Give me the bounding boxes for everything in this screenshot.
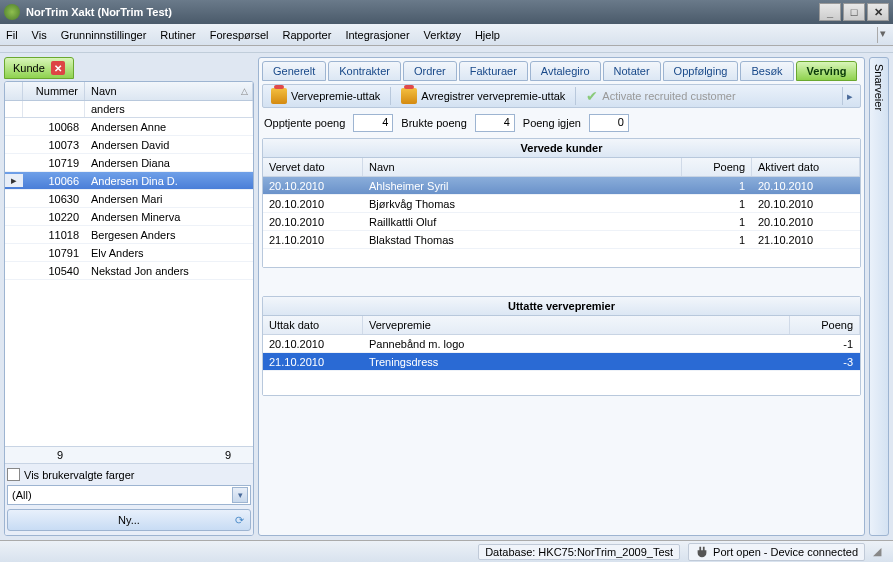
cell-dato: 20.10.2010: [263, 198, 363, 210]
vervede-col-aktivert[interactable]: Aktivert dato: [752, 158, 860, 176]
filter-nummer[interactable]: [23, 101, 85, 117]
menu-foresporsel[interactable]: Forespørsel: [210, 29, 269, 41]
tab-besøk[interactable]: Besøk: [740, 61, 793, 81]
cell-navn: Nekstad Jon anders: [85, 265, 253, 277]
grid-header: Nummer Navn △: [5, 82, 253, 101]
vervede-title: Vervede kunder: [263, 139, 860, 158]
vis-brukervalgte-checkbox[interactable]: [7, 468, 20, 481]
snarveier-panel[interactable]: Snarveier: [869, 57, 889, 536]
uttatte-col-dato[interactable]: Uttak dato: [263, 316, 363, 334]
tab-kontrakter[interactable]: Kontrakter: [328, 61, 401, 81]
maximize-button[interactable]: □: [843, 3, 865, 21]
cell-premie: Treningsdress: [363, 356, 790, 368]
cell-nummer: 10719: [23, 157, 85, 169]
cell-poeng: 1: [682, 180, 752, 192]
vervede-rows: 20.10.2010Ahlsheimer Syril120.10.201020.…: [263, 177, 860, 267]
ny-button-label: Ny...: [118, 514, 140, 526]
status-database: Database: HKC75:NorTrim_2009_Test: [478, 544, 680, 560]
menu-rutiner[interactable]: Rutiner: [160, 29, 195, 41]
refresh-icon[interactable]: ⟳: [230, 511, 248, 529]
brukte-value[interactable]: 4: [475, 114, 515, 132]
uttatte-col-premie[interactable]: Vervepremie: [363, 316, 790, 334]
app-icon: [4, 4, 20, 20]
table-row[interactable]: 20.10.2010Bjørkvåg Thomas120.10.2010: [263, 195, 860, 213]
close-button[interactable]: ✕: [867, 3, 889, 21]
tab-oppfølging[interactable]: Oppfølging: [663, 61, 739, 81]
table-row[interactable]: 10068Andersen Anne: [5, 118, 253, 136]
resize-grip-icon[interactable]: ◢: [873, 545, 887, 559]
table-row[interactable]: 20.10.2010Raillkattli Oluf120.10.2010: [263, 213, 860, 231]
toolbar-overflow-icon[interactable]: ▸: [842, 87, 856, 105]
menu-grunninnstillinger[interactable]: Grunninnstillinger: [61, 29, 147, 41]
separator: [390, 87, 391, 105]
menu-integrasjoner[interactable]: Integrasjoner: [345, 29, 409, 41]
vervede-col-dato[interactable]: Vervet dato: [263, 158, 363, 176]
footer-count-nummer: 9: [23, 447, 85, 463]
uttatte-title: Uttatte vervepremier: [263, 297, 860, 316]
grid-rows: 10068Andersen Anne10073Andersen David107…: [5, 118, 253, 446]
grid-header-nummer[interactable]: Nummer: [23, 82, 85, 100]
menu-overflow-icon[interactable]: ▾: [877, 27, 887, 43]
filter-combo[interactable]: (All) ▾: [7, 485, 251, 505]
vervede-col-navn[interactable]: Navn: [363, 158, 682, 176]
table-row[interactable]: 10220Andersen Minerva: [5, 208, 253, 226]
table-row[interactable]: 10791Elv Anders: [5, 244, 253, 262]
grid-selector-header[interactable]: [5, 82, 23, 100]
uttatte-col-poeng[interactable]: Poeng: [790, 316, 860, 334]
table-row[interactable]: ▸10066Andersen Dina D.: [5, 172, 253, 190]
vervede-col-poeng[interactable]: Poeng: [682, 158, 752, 176]
cell-navn: Raillkattli Oluf: [363, 216, 682, 228]
verving-toolbar: Vervepremie-uttak Avregistrer vervepremi…: [262, 84, 861, 108]
table-row[interactable]: 10719Andersen Diana: [5, 154, 253, 172]
cell-nummer: 10630: [23, 193, 85, 205]
cell-premie: Pannebånd m. logo: [363, 338, 790, 350]
table-row[interactable]: 20.10.2010Pannebånd m. logo-1: [263, 335, 860, 353]
right-panel: GenereltKontrakterOrdrerFakturaerAvtaleg…: [258, 57, 889, 536]
kunde-tab[interactable]: Kunde ✕: [4, 57, 74, 79]
menu-verktoy[interactable]: Verktøy: [424, 29, 461, 41]
cell-nummer: 10073: [23, 139, 85, 151]
tab-verving[interactable]: Verving: [796, 61, 858, 81]
menu-rapporter[interactable]: Rapporter: [282, 29, 331, 41]
cell-dato: 20.10.2010: [263, 216, 363, 228]
cell-aktivert: 20.10.2010: [752, 198, 860, 210]
tab-fakturaer[interactable]: Fakturaer: [459, 61, 528, 81]
cell-navn: Andersen David: [85, 139, 253, 151]
titlebar: NorTrim Xakt (NorTrim Test) _ □ ✕: [0, 0, 893, 24]
cell-nummer: 10791: [23, 247, 85, 259]
chevron-down-icon[interactable]: ▾: [232, 487, 248, 503]
cell-poeng: 1: [682, 216, 752, 228]
table-row[interactable]: 10073Andersen David: [5, 136, 253, 154]
table-row[interactable]: 10540Nekstad Jon anders: [5, 262, 253, 280]
window-title: NorTrim Xakt (NorTrim Test): [26, 6, 817, 18]
opptjente-value[interactable]: 4: [353, 114, 393, 132]
cell-nummer: 11018: [23, 229, 85, 241]
filter-navn[interactable]: anders: [85, 101, 253, 117]
menu-vis[interactable]: Vis: [32, 29, 47, 41]
grid-header-navn[interactable]: Navn △: [85, 82, 253, 100]
table-row[interactable]: 21.10.2010Blakstad Thomas121.10.2010: [263, 231, 860, 249]
igjen-value[interactable]: 0: [589, 114, 629, 132]
tab-generelt[interactable]: Generelt: [262, 61, 326, 81]
table-row[interactable]: 11018Bergesen Anders: [5, 226, 253, 244]
cell-dato: 20.10.2010: [263, 338, 363, 350]
tab-notater[interactable]: Notater: [603, 61, 661, 81]
opptjente-label: Opptjente poeng: [264, 117, 345, 129]
ny-button[interactable]: Ny... ⟳: [7, 509, 251, 531]
cell-navn: Bergesen Anders: [85, 229, 253, 241]
table-row[interactable]: 20.10.2010Ahlsheimer Syril120.10.2010: [263, 177, 860, 195]
separator: [575, 87, 576, 105]
tab-ordrer[interactable]: Ordrer: [403, 61, 457, 81]
tab-avtalegiro[interactable]: Avtalegiro: [530, 61, 601, 81]
minimize-button[interactable]: _: [819, 3, 841, 21]
table-row[interactable]: 21.10.2010Treningsdress-3: [263, 353, 860, 371]
vervepremie-uttak-button[interactable]: Vervepremie-uttak: [267, 86, 384, 106]
close-tab-icon[interactable]: ✕: [51, 61, 65, 75]
avregistrer-button[interactable]: Avregistrer vervepremie-uttak: [397, 86, 569, 106]
menu-hjelp[interactable]: Hjelp: [475, 29, 500, 41]
menu-fil[interactable]: Fil: [6, 29, 18, 41]
cell-dato: 21.10.2010: [263, 356, 363, 368]
cell-poeng: 1: [682, 234, 752, 246]
gift-icon: [401, 88, 417, 104]
table-row[interactable]: 10630Andersen Mari: [5, 190, 253, 208]
